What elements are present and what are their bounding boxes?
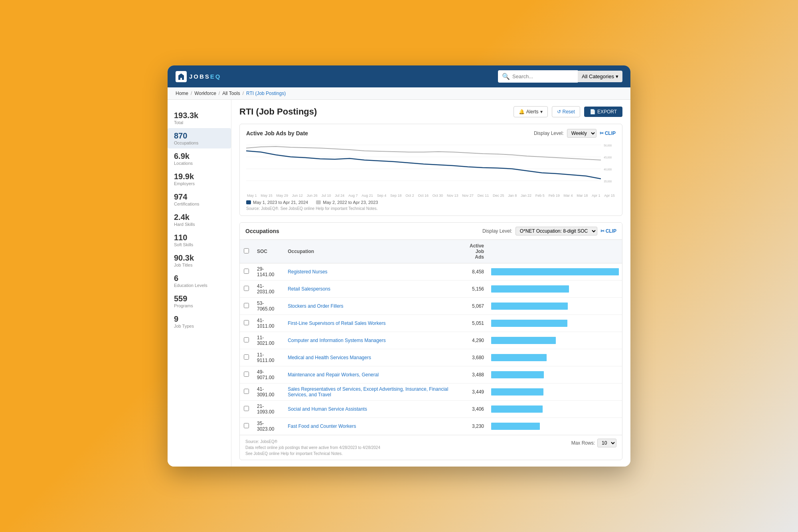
row-checkbox-6[interactable] (240, 366, 253, 384)
sidebar-jobtypes-label: Job Types (174, 324, 225, 328)
table-row: 41-2031.00 Retail Salespersons 5,156 (240, 281, 622, 298)
chevron-down-icon: ▾ (616, 73, 618, 79)
legend-dot-current (246, 200, 251, 204)
bar-fill-5 (491, 354, 547, 361)
svg-text:40,000: 40,000 (604, 168, 612, 171)
occupations-display-level-select[interactable]: O*NET Occupation: 8-digit SOC (516, 227, 597, 235)
row-checkbox-1[interactable] (240, 281, 253, 298)
row-occupation-0[interactable]: Registered Nurses (284, 263, 462, 281)
table-row: 11-3021.00 Computer and Information Syst… (240, 332, 622, 349)
breadcrumb-workforce[interactable]: Workforce (194, 91, 216, 96)
alerts-button[interactable]: 🔔 Alerts ▾ (514, 106, 548, 117)
bar-container-2 (491, 303, 619, 310)
row-bar-3 (488, 315, 622, 332)
x-label-2: May 29 (277, 194, 288, 198)
row-checkbox-7[interactable] (240, 384, 253, 401)
sidebar-certifications-value: 974 (174, 192, 225, 202)
sidebar: 193.3k Total 870 Occupations 6.9k Locati… (168, 100, 231, 467)
sidebar-programs-label: Programs (174, 303, 225, 308)
sidebar-item-job-types[interactable]: 9 Job Types (168, 311, 231, 332)
sidebar-item-job-titles[interactable]: 90.3k Job Titles (168, 250, 231, 271)
sidebar-total-label: Total (174, 120, 225, 125)
row-occupation-3[interactable]: First-Line Supervisors of Retail Sales W… (284, 315, 462, 332)
row-occupation-4[interactable]: Computer and Information Systems Manager… (284, 332, 462, 349)
x-label-23: Mar 18 (577, 194, 588, 198)
row-soc-1: 41-2031.00 (253, 281, 284, 298)
bar-container-9 (491, 423, 619, 430)
sidebar-item-soft-skills[interactable]: 110 Soft Skills (168, 230, 231, 250)
sidebar-item-employers[interactable]: 19.9k Employers (168, 169, 231, 189)
row-bar-6 (488, 366, 622, 384)
x-label-24: Apr 1 (592, 194, 600, 198)
search-input[interactable] (512, 73, 574, 79)
row-checkbox-8[interactable] (240, 401, 253, 418)
row-checkbox-5[interactable] (240, 349, 253, 366)
sidebar-item-occupations[interactable]: 870 Occupations (168, 128, 231, 148)
row-occupation-6[interactable]: Maintenance and Repair Workers, General (284, 366, 462, 384)
table-footer-text: Source: JobsEQ® Data reflect online job … (245, 439, 380, 457)
search-icon: 🔍 (502, 73, 510, 80)
reset-button[interactable]: ↺ Reset (552, 106, 580, 117)
breadcrumb-sep-1: / (191, 91, 192, 96)
row-occupation-2[interactable]: Stockers and Order Fillers (284, 298, 462, 315)
select-all-checkbox[interactable] (244, 248, 249, 253)
x-label-15: Nov 27 (462, 194, 474, 198)
breadcrumb-home[interactable]: Home (176, 91, 188, 96)
occupations-clip-button[interactable]: ✂ CLIP (600, 228, 616, 234)
row-occupation-8[interactable]: Social and Human Service Assistants (284, 401, 462, 418)
sidebar-item-total[interactable]: 193.3k Total (168, 108, 231, 128)
sidebar-item-certifications[interactable]: 974 Certifications (168, 189, 231, 210)
x-label-18: Jan 8 (508, 194, 517, 198)
row-checkbox-9[interactable] (240, 418, 253, 435)
sidebar-locations-label: Locations (174, 161, 225, 166)
x-label-10: Sep 18 (390, 194, 402, 198)
row-ads-8: 3,406 (462, 401, 488, 418)
table-row: 41-3091.00 Sales Representatives of Serv… (240, 384, 622, 401)
page-area: RTI (Job Postings) 🔔 Alerts ▾ ↺ Reset 📄 … (231, 100, 630, 467)
chart-source: Source: JobsEQ®. See JobsEQ online Help … (246, 206, 616, 211)
legend-item-current: May 1, 2023 to Apr 21, 2024 (246, 200, 308, 205)
sidebar-edlevels-label: Education Levels (174, 283, 225, 288)
breadcrumb-all-tools[interactable]: All Tools (222, 91, 240, 96)
sidebar-total-value: 193.3k (174, 111, 225, 120)
legend-label-previous: May 2, 2022 to Apr 23, 2023 (323, 200, 378, 205)
row-occupation-1[interactable]: Retail Salespersons (284, 281, 462, 298)
x-label-25: Apr 15 (604, 194, 615, 198)
bar-container-6 (491, 371, 619, 378)
row-occupation-9[interactable]: Fast Food and Counter Workers (284, 418, 462, 435)
row-occupation-7[interactable]: Sales Representatives of Services, Excep… (284, 384, 462, 401)
bar-container-8 (491, 405, 619, 413)
chart-display-level-select[interactable]: Weekly (567, 129, 597, 138)
sidebar-item-locations[interactable]: 6.9k Locations (168, 148, 231, 169)
sidebar-item-hard-skills[interactable]: 2.4k Hard Skills (168, 210, 231, 230)
bar-container-0 (491, 268, 619, 275)
export-button[interactable]: 📄 EXPORT (584, 107, 622, 117)
row-bar-5 (488, 349, 622, 366)
chart-clip-button[interactable]: ✂ CLIP (600, 131, 616, 136)
max-rows-select[interactable]: 10 (597, 439, 616, 447)
row-ads-0: 8,458 (462, 263, 488, 281)
x-label-5: Jul 10 (321, 194, 331, 198)
table-row: 53-7065.00 Stockers and Order Fillers 5,… (240, 298, 622, 315)
row-checkbox-3[interactable] (240, 315, 253, 332)
row-checkbox-4[interactable] (240, 332, 253, 349)
breadcrumb: Home / Workforce / All Tools / RTI (Job … (168, 87, 630, 100)
bar-container-5 (491, 354, 619, 361)
header-actions: 🔔 Alerts ▾ ↺ Reset 📄 EXPORT (514, 106, 622, 117)
breadcrumb-sep-2: / (219, 91, 220, 96)
sidebar-hardskills-label: Hard Skills (174, 222, 225, 227)
occupations-table: SOC Occupation ActiveJob Ads 29-1141.00 … (240, 240, 622, 435)
row-checkbox-2[interactable] (240, 298, 253, 315)
x-label-21: Feb 19 (549, 194, 560, 198)
table-header-row: SOC Occupation ActiveJob Ads (240, 240, 622, 263)
row-soc-6: 49-9071.00 (253, 366, 284, 384)
row-occupation-5[interactable]: Medical and Health Services Managers (284, 349, 462, 366)
sidebar-hardskills-value: 2.4k (174, 213, 225, 222)
row-ads-9: 3,230 (462, 418, 488, 435)
browser-window: JOBSEQ 🔍 All Categories ▾ Home / Workfor… (168, 65, 630, 467)
sidebar-item-programs[interactable]: 559 Programs (168, 291, 231, 311)
bar-container-4 (491, 337, 619, 344)
category-dropdown[interactable]: All Categories ▾ (578, 71, 622, 82)
row-checkbox-0[interactable] (240, 263, 253, 281)
sidebar-item-education-levels[interactable]: 6 Education Levels (168, 271, 231, 291)
